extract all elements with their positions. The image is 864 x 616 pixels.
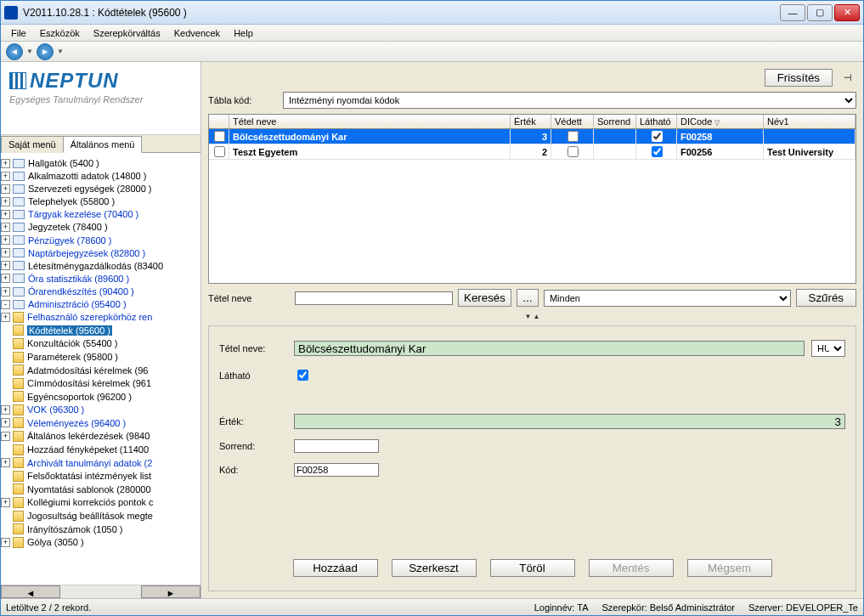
tree-scroll[interactable]: +Hallgatók (5400 )+Alkalmazotti adatok (…: [1, 153, 200, 585]
tree-item-label[interactable]: Jogosultság beállítások megte: [27, 511, 153, 521]
tree-item[interactable]: +Felhasználó szerepkörhöz ren: [1, 310, 200, 324]
tree-item[interactable]: +VOK (96300 ): [1, 403, 200, 416]
tree-expander-icon[interactable]: +: [1, 235, 10, 245]
tree-expander-icon[interactable]: +: [1, 248, 10, 257]
tree-expander-icon[interactable]: +: [1, 313, 10, 322]
tree-item-label[interactable]: Felhasználó szerepkörhöz ren: [27, 312, 152, 322]
refresh-button[interactable]: Frissítés: [765, 69, 833, 87]
detail-order-input[interactable]: [294, 439, 379, 453]
hscroll-left-button[interactable]: ◄: [1, 585, 60, 598]
tree-item-label[interactable]: Címmódosítási kérelmek (961: [27, 378, 151, 388]
row-visible-checkbox[interactable]: [652, 131, 663, 142]
tree-item[interactable]: +Szervezeti egységek (28000 ): [1, 182, 200, 195]
col-value[interactable]: Érték: [511, 115, 551, 128]
col-dicode[interactable]: DICode ▽: [677, 115, 764, 128]
row-protected-checkbox[interactable]: [568, 131, 579, 142]
filter-input[interactable]: [295, 291, 453, 305]
pin-icon[interactable]: ⊣: [839, 70, 856, 87]
tree-expander-icon[interactable]: +: [1, 287, 10, 297]
tree-expander-icon[interactable]: +: [1, 261, 10, 270]
tree-item[interactable]: Felsőoktatási intézmények list: [1, 469, 200, 483]
tree-expander-icon[interactable]: +: [1, 197, 10, 206]
col-protected[interactable]: Védett: [551, 115, 594, 128]
search-button[interactable]: Keresés: [458, 289, 511, 307]
table-row[interactable]: Bölcsészettudományi Kar3F00258: [209, 129, 856, 144]
tree-item-label[interactable]: Konzultációk (55400 ): [27, 338, 117, 348]
tree-expander-icon[interactable]: +: [1, 172, 10, 181]
tree-expander-icon[interactable]: +: [1, 432, 10, 441]
maximize-button[interactable]: ▢: [807, 4, 833, 21]
tree-item[interactable]: +Óra statisztikák (89600 ): [1, 272, 200, 285]
tree-item-label[interactable]: Kollégiumi korrekciós pontok c: [27, 498, 154, 508]
hscroll-right-button[interactable]: ►: [141, 585, 200, 598]
tree-item[interactable]: +Véleményezés (96400 ): [1, 416, 200, 430]
tree-expander-icon[interactable]: +: [1, 223, 10, 232]
tree-item-label[interactable]: Órarendkészítés (90400 ): [28, 286, 134, 297]
tree-expander-icon[interactable]: +: [1, 159, 10, 168]
tree-item[interactable]: Kódtételek (95600 ): [1, 324, 200, 337]
col-name[interactable]: Tétel neve: [229, 115, 511, 128]
grid-body[interactable]: Bölcsészettudományi Kar3F00258Teszt Egye…: [209, 129, 856, 283]
tablakod-select[interactable]: Intézményi nyomdai kódok: [283, 92, 856, 109]
tree-item-label[interactable]: Véleményezés (96400 ): [27, 418, 126, 428]
tree-item[interactable]: +Órarendkészítés (90400 ): [1, 285, 200, 297]
tree-item[interactable]: Adatmódosítási kérelmek (96: [1, 364, 200, 377]
detail-lang-select[interactable]: HU: [811, 340, 845, 357]
tree-item[interactable]: +Jegyzetek (78400 ): [1, 220, 200, 233]
tree-item-label[interactable]: Irányítószámok (1050 ): [27, 524, 123, 534]
tree-item[interactable]: +Telephelyek (55800 ): [1, 195, 200, 207]
tree-item[interactable]: -Adminisztráció (95400 ): [1, 297, 200, 310]
tree-item-label[interactable]: Naptárbejegyzések (82800 ): [28, 248, 145, 258]
tree-item[interactable]: +Pénzügyek (78600 ): [1, 234, 200, 246]
table-row[interactable]: Teszt Egyetem2F00256Test University: [209, 144, 856, 160]
tree-item-label[interactable]: Alkalmazotti adatok (14800 ): [28, 171, 146, 181]
detail-name-input[interactable]: [294, 341, 805, 356]
tree-item[interactable]: Konzultációk (55400 ): [1, 336, 200, 350]
tree-expander-icon[interactable]: +: [1, 418, 10, 427]
row-checkbox[interactable]: [214, 146, 225, 157]
tree-item-label[interactable]: Óra statisztikák (89600 ): [28, 274, 129, 284]
tree-item-label[interactable]: Pénzügyek (78600 ): [28, 235, 111, 246]
tree-item[interactable]: +Tárgyak kezelése (70400 ): [1, 207, 200, 220]
tree-item[interactable]: Jogosultság beállítások megte: [1, 509, 200, 523]
tree-item-label[interactable]: Telephelyek (55800 ): [28, 196, 115, 206]
add-button[interactable]: Hozzáad: [293, 559, 378, 577]
col-checkbox[interactable]: [209, 115, 229, 128]
tree-expander-icon[interactable]: +: [1, 498, 10, 507]
tree-item-label[interactable]: Nyomtatási sablonok (280000: [27, 484, 151, 494]
tree-item-label[interactable]: Kódtételek (95600 ): [27, 325, 112, 336]
nav-back-dropdown-icon[interactable]: ▼: [26, 48, 33, 55]
tab-general-menu[interactable]: Általános menü: [63, 136, 143, 153]
delete-button[interactable]: Töröl: [490, 559, 575, 577]
tree-item[interactable]: Paraméterek (95800 ): [1, 350, 200, 364]
tree-expander-icon[interactable]: +: [1, 458, 10, 467]
col-order[interactable]: Sorrend: [594, 115, 636, 128]
tree-item[interactable]: Irányítószámok (1050 ): [1, 523, 200, 536]
tree-item[interactable]: +Gólya (3050 ): [1, 535, 200, 549]
tree-item-label[interactable]: Létesítménygazdálkodás (83400: [28, 261, 163, 271]
menu-file[interactable]: File: [4, 26, 33, 40]
tree-expander-icon[interactable]: +: [1, 274, 10, 283]
filter-button[interactable]: Szűrés: [796, 289, 856, 307]
tree-item[interactable]: Hozzáad fényképeket (11400: [1, 443, 200, 456]
tree-item[interactable]: Címmódosítási kérelmek (961: [1, 376, 200, 390]
tab-own-menu[interactable]: Saját menü: [1, 136, 64, 153]
tree-item-label[interactable]: Felsőoktatási intézmények list: [27, 471, 151, 481]
tree-item[interactable]: +Általános lekérdezések (9840: [1, 429, 200, 443]
col-visible[interactable]: Látható: [636, 115, 677, 128]
filter-options-button[interactable]: ...: [517, 289, 539, 307]
tree-item-label[interactable]: Tárgyak kezelése (70400 ): [28, 209, 138, 219]
tree-item[interactable]: +Naptárbejegyzések (82800 ): [1, 246, 200, 259]
tree-item[interactable]: Nyomtatási sablonok (280000: [1, 483, 200, 496]
tree-item-label[interactable]: Archivált tanulmányi adatok (2: [27, 458, 152, 468]
row-visible-checkbox[interactable]: [652, 146, 663, 157]
close-button[interactable]: ✕: [834, 4, 860, 21]
nav-forward-button[interactable]: ►: [37, 43, 54, 60]
menu-role-switch[interactable]: Szerepkörváltás: [87, 26, 167, 40]
tree-expander-icon[interactable]: +: [1, 405, 10, 415]
tree-item-label[interactable]: Adminisztráció (95400 ): [28, 299, 127, 309]
tree-expander-icon[interactable]: +: [1, 184, 10, 194]
tree-item-label[interactable]: Jegyzetek (78400 ): [28, 223, 108, 233]
splitter-handle[interactable]: ▼▲: [208, 312, 856, 320]
hscroll-track[interactable]: [60, 585, 141, 598]
